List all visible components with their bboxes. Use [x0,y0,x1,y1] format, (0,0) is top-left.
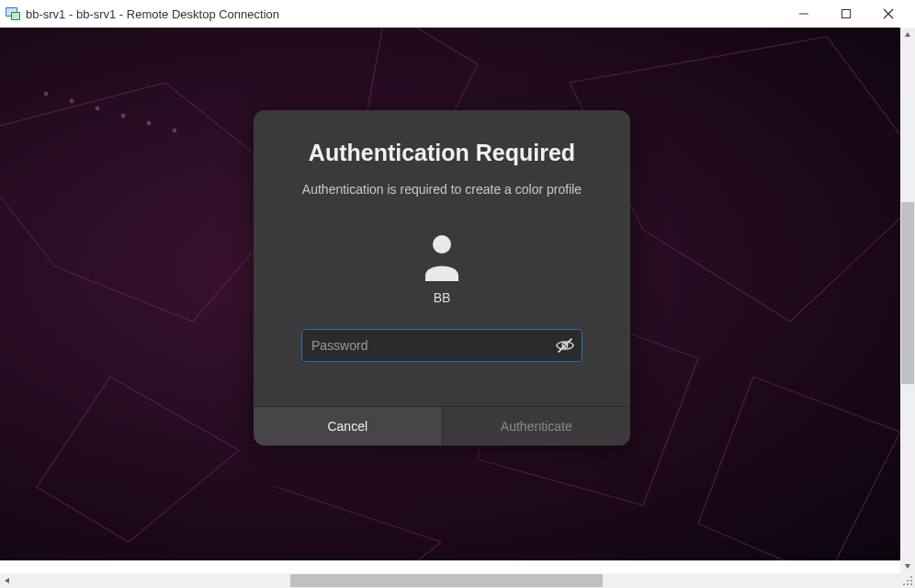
maximize-button[interactable] [825,0,867,28]
vertical-scroll-track[interactable] [900,42,915,559]
svg-point-14 [433,235,451,254]
dialog-message: Authentication is required to create a c… [287,181,597,198]
svg-point-10 [96,107,100,111]
remote-desktop-background: Authentication Required Authentication i… [0,28,900,560]
window-title: bb-srv1 - bb-srv1 - Remote Desktop Conne… [26,7,783,21]
resize-grip-icon[interactable] [900,573,915,588]
svg-point-8 [44,92,49,96]
svg-rect-18 [910,580,912,582]
authenticate-button[interactable]: Authenticate [443,407,631,446]
svg-point-13 [173,129,177,133]
vertical-scrollbar[interactable] [900,28,915,573]
window-controls [783,0,909,28]
scroll-down-arrow-icon[interactable] [900,559,915,573]
svg-rect-3 [12,13,19,19]
close-button[interactable] [867,0,909,28]
svg-rect-22 [903,583,905,585]
svg-point-12 [147,121,152,126]
svg-point-9 [70,99,74,104]
remote-viewport: Authentication Required Authentication i… [0,28,915,573]
svg-rect-17 [910,576,912,578]
toggle-password-visibility-icon[interactable] [555,335,575,356]
user-avatar-icon [416,230,468,281]
dialog-button-row: Cancel Authenticate [254,406,630,446]
scroll-up-arrow-icon[interactable] [900,28,915,42]
cancel-button[interactable]: Cancel [254,407,443,446]
scroll-left-arrow-icon[interactable] [0,573,15,588]
svg-line-16 [559,339,572,353]
horizontal-scroll-track[interactable] [15,573,900,588]
horizontal-scroll-thumb[interactable] [290,574,603,587]
authentication-dialog: Authentication Required Authentication i… [254,110,630,446]
vertical-scroll-thumb[interactable] [901,202,914,384]
svg-rect-20 [910,583,912,585]
horizontal-scrollbar[interactable] [0,573,915,588]
svg-rect-5 [842,10,851,18]
svg-rect-19 [907,580,909,582]
password-input[interactable] [301,329,582,362]
dialog-title: Authentication Required [287,140,597,166]
svg-point-11 [121,114,126,119]
username-label: BB [287,290,597,305]
window-titlebar: bb-srv1 - bb-srv1 - Remote Desktop Conne… [0,0,915,28]
rdc-app-icon [6,6,20,21]
svg-rect-21 [907,583,909,585]
password-row [301,329,582,362]
minimize-button[interactable] [783,0,825,28]
